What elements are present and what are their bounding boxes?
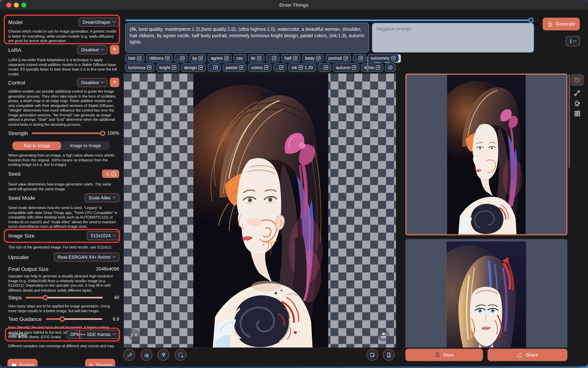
prompt-token-chip[interactable]: body [302, 54, 323, 63]
paint-brush-tool[interactable] [158, 349, 169, 361]
seed-value-button[interactable]: -1 [102, 170, 119, 178]
prompt-token-chip[interactable] [385, 63, 396, 72]
coffee-cup-icon [547, 21, 553, 27]
return-icon [147, 65, 151, 70]
text-guidance-label: Text Guidance [8, 316, 42, 322]
seed-label: Seed [8, 171, 21, 177]
folder-icon [11, 362, 17, 366]
note-button[interactable] [366, 349, 378, 361]
prompt-token-chip[interactable]: cec [233, 54, 246, 63]
prompt-token-chip[interactable]: ink1.30 [289, 63, 316, 72]
zoom-level-badge: 1 X [128, 329, 140, 340]
return-icon [272, 56, 276, 60]
prompt-token-chip[interactable]: agnes [208, 54, 232, 63]
prompt-token-chip[interactable]: extremely [368, 54, 398, 63]
link-nodes-button[interactable] [573, 89, 582, 98]
return-icon [239, 65, 243, 70]
prompt-token-chip[interactable]: half [281, 54, 300, 63]
token-scrollbar[interactable] [367, 56, 368, 71]
prompt-token-chip[interactable]: colors [248, 63, 272, 72]
chevron-down-icon [112, 19, 116, 23]
app-window: Draw Things Model DreamShaper Choose whi… [0, 0, 588, 366]
return-icon [257, 56, 261, 60]
tab-text-to-image[interactable]: Text to Image [12, 142, 61, 150]
steps-value: 40 [107, 295, 119, 300]
prompt-token-chip[interactable]: , [174, 54, 187, 63]
settings-sidebar: Model DreamShaper Choose which model to … [0, 10, 124, 366]
eraser-tool[interactable] [141, 349, 152, 361]
save-button[interactable]: Save [405, 349, 483, 361]
grid-view-button[interactable] [573, 109, 582, 118]
image-file-icon [435, 352, 440, 358]
slider-knob[interactable] [60, 316, 65, 322]
layers-button[interactable] [377, 329, 390, 341]
steps-slider[interactable] [25, 297, 103, 298]
return-icon [213, 65, 218, 70]
return-icon [198, 65, 203, 70]
prompt-token-chip[interactable]: luminous [125, 63, 155, 72]
chevron-down-icon [100, 80, 104, 83]
prompt-token-chip[interactable]: lights [361, 63, 383, 72]
prompt-token-chip[interactable]: , [353, 54, 366, 63]
history-thumbnail-selected[interactable] [405, 74, 567, 235]
control-add-button[interactable]: + [110, 78, 119, 87]
lora-add-button[interactable]: + [110, 45, 119, 55]
history-button[interactable] [570, 74, 584, 86]
prompt-input[interactable]: (8k, best quality, masterpiece:1.2),(bes… [125, 23, 369, 53]
return-icon [264, 65, 269, 70]
strength-slider[interactable] [32, 133, 103, 134]
return-icon [293, 56, 297, 60]
image-file-button[interactable] [383, 349, 394, 361]
paint-brush-icon [160, 352, 166, 358]
generate-button[interactable]: Generate [543, 18, 580, 30]
coffee-cup-button[interactable] [573, 98, 582, 108]
prompt-token-chip[interactable]: bright [156, 63, 179, 72]
control-dropdown[interactable]: Disabled [77, 78, 107, 87]
model-dropdown[interactable]: DreamShaper [79, 18, 119, 27]
history-scrollbar[interactable] [569, 74, 570, 168]
magic-wand-tool[interactable] [123, 349, 135, 361]
sampler-dropdown[interactable]: DPM++ SDE Karras [67, 330, 119, 339]
prompt-token-chip[interactable]: ile [248, 54, 264, 63]
return-icon [358, 56, 363, 60]
slider-knob[interactable] [100, 130, 105, 136]
seed-mode-dropdown[interactable]: Scale Alike [85, 193, 119, 202]
slider-knob[interactable] [43, 295, 48, 300]
gear-icon [88, 362, 94, 366]
image-size-dropdown[interactable]: 512x1024 [87, 231, 119, 240]
prompt-token-chip[interactable]: , [208, 63, 221, 72]
progress-knob[interactable] [528, 18, 534, 23]
history-thumbnail-2[interactable] [405, 239, 567, 347]
prompt-token-chip[interactable]: , [273, 63, 287, 72]
select-tool[interactable] [175, 349, 187, 361]
text-guidance-slider[interactable] [46, 318, 102, 320]
prompt-token-chip[interactable]: , [266, 54, 279, 63]
note-icon [369, 352, 375, 358]
batch-count-dropdown[interactable]: 1 [566, 36, 580, 46]
project-button[interactable]: Project [8, 359, 38, 366]
share-button[interactable]: Share [488, 349, 567, 361]
prompt-token-chip[interactable]: hair [125, 54, 145, 63]
presets-button[interactable]: Presets [85, 359, 115, 366]
prompt-token-chip[interactable]: by [189, 54, 206, 63]
prompt-token-chip[interactable]: pastel [223, 63, 246, 72]
negative-prompt-input[interactable]: Negative prompt [372, 23, 534, 53]
lora-dropdown[interactable]: Disabled [77, 45, 107, 54]
prompt-token-chip[interactable]: design [181, 63, 206, 72]
drawing-canvas[interactable]: 1 X [124, 74, 396, 348]
return-icon [279, 65, 284, 70]
chevron-down-icon [100, 47, 104, 50]
prompt-token-chip[interactable]: portrait [325, 54, 351, 63]
upscaler-dropdown[interactable]: Real-ESRGAN X4+ Anime [54, 253, 119, 262]
layers-icon [380, 332, 387, 339]
prompt-token-chip[interactable]: , [318, 63, 331, 72]
return-icon [224, 56, 228, 60]
tab-image-to-image[interactable]: Image to Image [61, 142, 110, 150]
model-description: Choose which model to use for image gene… [8, 29, 118, 43]
prompt-token-chip[interactable]: ribbons [146, 54, 172, 63]
return-icon [352, 65, 356, 70]
strength-value: 100% [107, 131, 119, 136]
mode-description: When generating from an image, a high va… [8, 153, 118, 167]
prompt-token-chip[interactable]: autumn [333, 63, 359, 72]
titlebar: Draw Things [0, 0, 588, 10]
